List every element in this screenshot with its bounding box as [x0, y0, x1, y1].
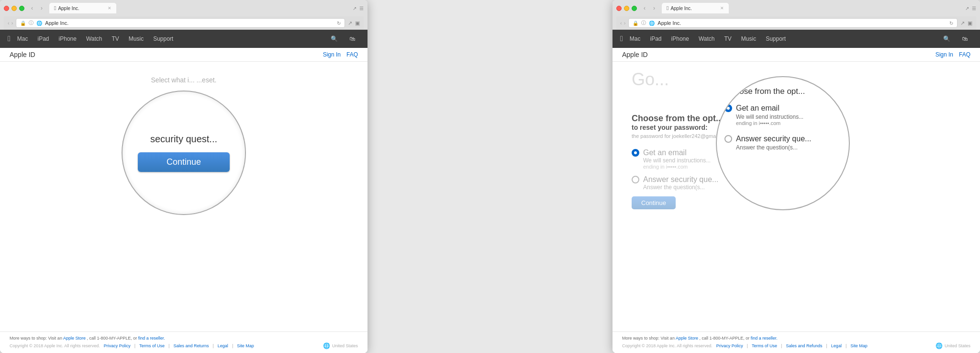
sidebar-icon[interactable]: ☰ — [359, 6, 364, 11]
mag-option1[interactable]: Get an email We will send instructions..… — [724, 104, 841, 126]
reload-icon[interactable]: ↻ — [337, 21, 341, 26]
footer-apple-store-link[interactable]: Apple Store — [63, 336, 86, 341]
globe-icon: 🌐 — [36, 21, 42, 26]
minimize-button-right[interactable] — [624, 6, 629, 11]
mag-option1-label: Get an email — [736, 104, 780, 113]
apple-id-label-right: Apple ID — [622, 51, 648, 58]
nav-tv[interactable]: TV — [107, 35, 123, 42]
flag-icon: 🌐 — [323, 342, 330, 349]
footer-sales-link[interactable]: Sales and Returns — [173, 343, 209, 348]
footer-country-right: 🌐 United States — [935, 342, 970, 349]
share-icon-toolbar-right[interactable]: ↗ — [960, 20, 965, 26]
url-text: Apple Inc. — [45, 20, 68, 26]
rnav-tv[interactable]: TV — [719, 35, 736, 42]
footer-privacy-link[interactable]: Privacy Policy — [104, 343, 131, 348]
right-arrow-icon-right[interactable]: › — [624, 20, 626, 26]
footer-sitemap-link[interactable]: Site Map — [237, 343, 254, 348]
globe-icon-right: 🌐 — [649, 21, 655, 26]
nav-bag-icon[interactable]: 🛍 — [345, 35, 360, 42]
url-text-right: Apple Inc. — [657, 20, 681, 26]
minimize-button[interactable] — [11, 6, 17, 11]
sign-in-link[interactable]: Sign In — [323, 51, 341, 58]
footer-legal-link-right[interactable]: Legal — [831, 343, 842, 348]
footer-more-ways: More ways to shop: Visit an — [10, 336, 62, 341]
tab-close-icon-right[interactable]: ✕ — [720, 6, 724, 11]
browser-tab-right[interactable]:  Apple Inc. ✕ — [662, 3, 729, 13]
rnav-iphone[interactable]: iPhone — [667, 35, 694, 42]
nav-iphone[interactable]: iPhone — [54, 35, 81, 42]
browser-tab[interactable]:  Apple Inc. ✕ — [49, 3, 116, 13]
share-icon-toolbar[interactable]: ↗ — [348, 20, 352, 26]
lock-icon-right: 🔒 — [633, 21, 638, 26]
browser-nav-right: ‹ › — [641, 4, 658, 12]
nav-arrows-right[interactable]: ‹ › — [620, 20, 625, 26]
footer-sitemap-link-right[interactable]: Site Map — [850, 343, 868, 348]
tabs-icon-right[interactable]: ▣ — [968, 20, 972, 26]
rnav-bag-icon[interactable]: 🛍 — [957, 35, 972, 42]
left-arrow-icon-right[interactable]: ‹ — [620, 20, 622, 26]
mag-option2[interactable]: Answer security que... Answer the questi… — [724, 135, 841, 151]
nav-support[interactable]: Support — [148, 35, 178, 42]
address-bar-right[interactable]: 🔒 ⓘ 🌐 Apple Inc. ↻ — [628, 18, 958, 28]
footer-legal-link[interactable]: Legal — [218, 343, 228, 348]
traffic-lights[interactable] — [4, 6, 24, 11]
radio-unselected-bg — [632, 176, 639, 183]
rnav-search-icon[interactable]: 🔍 — [938, 35, 955, 42]
mag-option1-desc: We will send instructions... — [736, 114, 841, 120]
apple-logo-icon-right[interactable]:  — [620, 34, 623, 43]
nav-arrows[interactable]: ‹ › — [8, 20, 13, 26]
nav-watch[interactable]: Watch — [81, 35, 107, 42]
nav-search-icon[interactable]: 🔍 — [326, 35, 343, 42]
sidebar-icon-right[interactable]: ☰ — [972, 6, 976, 11]
magnifier-handle-right — [784, 209, 788, 210]
country-text: United States — [332, 343, 358, 348]
main-area: Select what i... ...eset. security quest… — [0, 62, 368, 331]
rnav-ipad[interactable]: iPad — [646, 35, 667, 42]
footer-terms-link[interactable]: Terms of Use — [139, 343, 165, 348]
nav-music[interactable]: Music — [124, 35, 148, 42]
rnav-support[interactable]: Support — [761, 35, 791, 42]
nav-ipad[interactable]: iPad — [33, 35, 54, 42]
footer-find-link[interactable]: find a reseller. — [138, 336, 165, 341]
apple-subheader-right: Apple ID Sign In FAQ — [612, 48, 980, 62]
close-button[interactable] — [4, 6, 9, 11]
tab-close-icon[interactable]: ✕ — [108, 6, 111, 11]
continue-button[interactable]: Continue — [138, 152, 230, 172]
faq-link[interactable]: FAQ — [346, 51, 358, 58]
faq-link-right[interactable]: FAQ — [959, 51, 970, 58]
footer-privacy-link-right[interactable]: Privacy Policy — [716, 343, 743, 348]
rnav-mac[interactable]: Mac — [625, 35, 646, 42]
nav-mac[interactable]: Mac — [12, 35, 33, 42]
footer-sep3-right: | — [826, 343, 827, 348]
back-button[interactable]: ‹ — [28, 4, 36, 12]
footer-find-link-right[interactable]: find a reseller. — [751, 336, 778, 341]
footer-links: Copyright © 2018 Apple Inc. All rights r… — [10, 342, 358, 349]
apple-logo-icon[interactable]:  — [8, 34, 11, 43]
footer-apple-store-link-right[interactable]: Apple Store — [676, 336, 698, 341]
share-icon-right[interactable]: ↗ — [965, 6, 969, 11]
main-area-right: Go... Choose from the opt... to reset yo… — [612, 62, 980, 331]
footer-terms-link-right[interactable]: Terms of Use — [752, 343, 777, 348]
footer-sales-link-right[interactable]: Sales and Refunds — [786, 343, 822, 348]
maximize-button-right[interactable] — [632, 6, 637, 11]
footer-sep3: | — [213, 343, 214, 348]
traffic-lights-right[interactable] — [616, 6, 637, 11]
back-button-right[interactable]: ‹ — [641, 4, 648, 12]
tabs-icon[interactable]: ▣ — [355, 20, 360, 26]
close-button-right[interactable] — [616, 6, 622, 11]
bg-select-text: Select what i... ...eset. — [0, 76, 368, 84]
rnav-music[interactable]: Music — [736, 35, 761, 42]
rnav-watch[interactable]: Watch — [694, 35, 720, 42]
maximize-button[interactable] — [19, 6, 24, 11]
sign-in-link-right[interactable]: Sign In — [935, 51, 953, 58]
right-arrow-icon[interactable]: › — [11, 20, 13, 26]
forward-button[interactable]: › — [38, 4, 45, 12]
left-arrow-icon[interactable]: ‹ — [8, 20, 10, 26]
magnifier: security quest... Continue — [122, 91, 246, 215]
share-icon[interactable]: ↗ — [353, 6, 356, 11]
apple-favicon:  — [54, 5, 56, 11]
radio-unselected-mag[interactable] — [724, 135, 732, 143]
forward-button-right[interactable]: › — [650, 4, 658, 12]
address-bar[interactable]: 🔒 ⓘ 🌐 Apple Inc. ↻ — [16, 18, 345, 28]
reload-icon-right[interactable]: ↻ — [949, 21, 953, 26]
